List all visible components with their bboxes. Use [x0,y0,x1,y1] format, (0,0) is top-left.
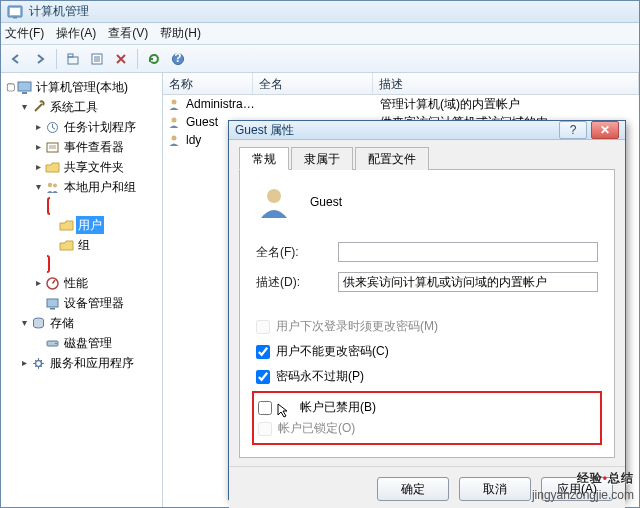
checkbox-account-locked [258,422,272,436]
device-icon [45,296,60,311]
chk-account-locked: 帐户已锁定(O) [258,420,596,437]
user-icon [167,97,181,111]
fullname-input[interactable] [338,242,598,262]
expand-icon[interactable]: ▸ [33,122,43,132]
refresh-button[interactable] [143,48,165,70]
help-button[interactable]: ? [167,48,189,70]
performance-icon [45,276,60,291]
properties-button[interactable] [86,48,108,70]
col-name[interactable]: 名称 [163,73,253,94]
tree-local-users-groups[interactable]: ▾本地用户和组 [33,177,160,197]
tab-memberof[interactable]: 隶属于 [291,147,353,170]
username-label: Guest [310,195,342,209]
tree-groups[interactable]: 组 [47,235,160,255]
help-button[interactable]: ? [559,121,587,139]
tree-device-manager[interactable]: 设备管理器 [33,293,160,313]
svg-text:?: ? [174,52,181,65]
list-header: 名称 全名 描述 [163,73,639,95]
forward-button[interactable] [29,48,51,70]
checkbox-never-expire[interactable] [256,370,270,384]
clock-icon [45,120,60,135]
toolbar: ? [1,45,639,73]
expand-icon[interactable]: ▸ [33,142,43,152]
user-icon [167,115,181,129]
highlight-users-groups: 用户 组 [47,197,160,273]
col-desc[interactable]: 描述 [373,73,639,94]
col-fullname[interactable]: 全名 [253,73,373,94]
chk-must-change: 用户下次登录时须更改密码(M) [256,318,598,335]
folder-icon [59,238,74,253]
svg-rect-1 [10,8,20,15]
titlebar: 计算机管理 [1,1,639,23]
svg-point-29 [267,189,281,203]
close-button[interactable]: ✕ [591,121,619,139]
chk-never-expire[interactable]: 密码永不过期(P) [256,368,598,385]
question-icon: ? [570,123,577,137]
collapse-icon[interactable]: ▾ [19,102,29,112]
cancel-button[interactable]: 取消 [459,477,531,501]
menu-file[interactable]: 文件(F) [5,25,44,42]
checkbox-account-disabled[interactable] [258,401,272,415]
svg-point-28 [172,136,177,141]
storage-icon [31,316,46,331]
menu-action[interactable]: 操作(A) [56,25,96,42]
delete-button[interactable] [110,48,132,70]
chk-cannot-change[interactable]: 用户不能更改密码(C) [256,343,598,360]
collapse-icon[interactable]: ▾ [33,182,43,192]
tree-storage[interactable]: ▾存储 [19,313,160,333]
expand-icon[interactable]: ▸ [19,358,29,368]
tree-performance[interactable]: ▸性能 [33,273,160,293]
tab-profile[interactable]: 配置文件 [355,147,429,170]
highlight-disabled: 帐户已禁用(B) 帐户已锁定(O) [252,391,602,445]
menu-view[interactable]: 查看(V) [108,25,148,42]
watermark: 经验•总结 jingyanzongjie.com [532,462,634,502]
svg-point-27 [172,118,177,123]
svg-point-18 [53,183,57,187]
back-button[interactable] [5,48,27,70]
expand-icon[interactable]: ▸ [33,162,43,172]
window-title: 计算机管理 [29,3,89,20]
svg-rect-20 [47,299,58,307]
tree-shared-folders[interactable]: ▸共享文件夹 [33,157,160,177]
svg-rect-4 [68,54,73,57]
folder-icon [59,218,74,233]
tabs: 常规 隶属于 配置文件 [239,146,615,170]
svg-rect-2 [13,17,17,19]
app-icon [7,4,23,20]
services-icon [31,356,46,371]
tree-disk-management[interactable]: 磁盘管理 [33,333,160,353]
tree-event-viewer[interactable]: ▸事件查看器 [33,137,160,157]
svg-rect-3 [68,57,78,64]
list-row[interactable]: Administrat... 管理计算机(域)的内置帐户 [163,95,639,113]
collapse-icon[interactable]: ▾ [19,318,29,328]
tree-services-apps[interactable]: ▸服务和应用程序 [19,353,160,373]
chk-account-disabled[interactable]: 帐户已禁用(B) [258,399,596,416]
menubar: 文件(F) 操作(A) 查看(V) 帮助(H) [1,23,639,45]
svg-rect-12 [22,92,27,94]
event-icon [45,140,60,155]
tree-system-tools[interactable]: ▾ 系统工具 [19,97,160,117]
expand-icon[interactable]: ▢ [5,82,15,92]
users-icon [45,180,60,195]
tree-users[interactable]: 用户 [47,215,160,235]
checkbox-must-change [256,320,270,334]
menu-help[interactable]: 帮助(H) [160,25,201,42]
tree-root[interactable]: ▢ 计算机管理(本地) [5,77,160,97]
tab-content: Guest 全名(F): 描述(D): 用户下次登录时须更改密码(M) 用户不能… [239,170,615,458]
ok-button[interactable]: 确定 [377,477,449,501]
up-button[interactable] [62,48,84,70]
tab-general[interactable]: 常规 [239,147,289,170]
user-icon [167,133,181,147]
fullname-label: 全名(F): [256,244,338,261]
dialog-titlebar[interactable]: Guest 属性 ? ✕ [229,121,625,140]
checkbox-cannot-change[interactable] [256,345,270,359]
description-input[interactable] [338,272,598,292]
expand-icon[interactable]: ▸ [33,278,43,288]
svg-rect-21 [50,308,55,310]
computer-icon [17,80,32,95]
user-large-icon [256,184,292,220]
disk-icon [45,336,60,351]
toolbar-separator [56,49,57,69]
tree-task-scheduler[interactable]: ▸任务计划程序 [33,117,160,137]
svg-point-17 [48,182,52,186]
